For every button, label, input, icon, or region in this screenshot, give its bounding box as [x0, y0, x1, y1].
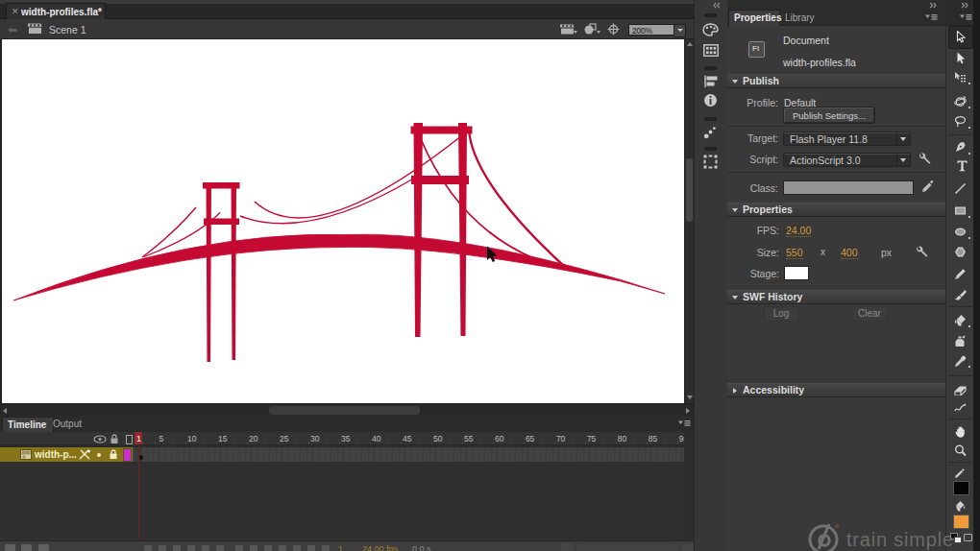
svg-text:train simple: train simple: [846, 529, 954, 550]
